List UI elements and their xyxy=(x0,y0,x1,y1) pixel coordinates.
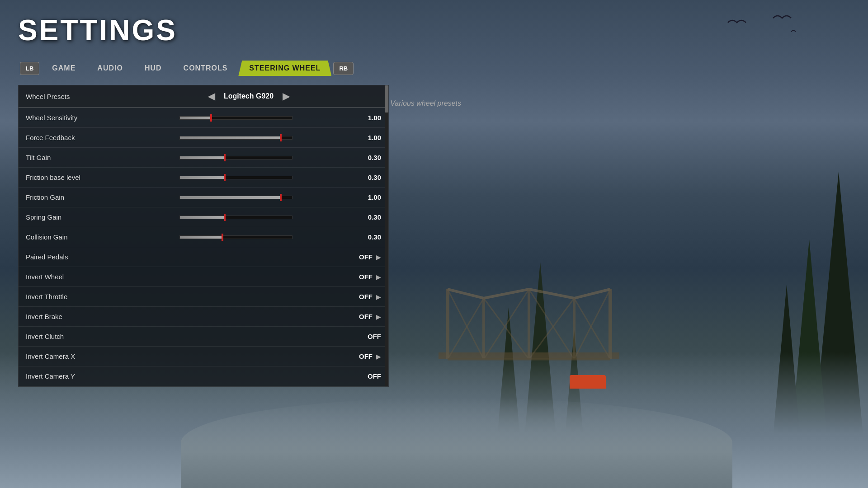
slider-value-1: 1.00 xyxy=(359,134,381,141)
slider-value-2: 0.30 xyxy=(359,154,381,161)
tab-steering-wheel[interactable]: STEERING WHEEL xyxy=(238,61,331,76)
toggle-value-1: OFF xyxy=(350,273,373,281)
toggle-label-3: Invert Brake xyxy=(26,313,170,320)
toggle-value-5: OFF xyxy=(350,352,373,360)
tab-game[interactable]: GAME xyxy=(41,61,86,76)
toggle-arrow-3: ▶ xyxy=(376,313,381,320)
toggle-label-1: Invert Wheel xyxy=(26,273,170,281)
slider-row-2[interactable]: Tilt Gain 0.30 xyxy=(19,148,388,168)
toggle-arrow-0: ▶ xyxy=(376,253,381,261)
slider-5[interactable] xyxy=(179,216,292,219)
toggle-row-3[interactable]: Invert Brake OFF ▶ xyxy=(19,307,388,327)
slider-row-0[interactable]: Wheel Sensitivity 1.00 xyxy=(19,108,388,128)
toggle-arrow-1: ▶ xyxy=(376,273,381,281)
slider-rows: Wheel Sensitivity 1.00 Force Feedback 1.… xyxy=(19,108,388,247)
toggle-value-4: OFF xyxy=(359,333,381,340)
toggle-row-5[interactable]: Invert Camera X OFF ▶ xyxy=(19,347,388,366)
tab-rb[interactable]: RB xyxy=(333,62,354,75)
tab-audio[interactable]: AUDIO xyxy=(86,61,134,76)
toggle-row-4[interactable]: Invert Clutch OFF xyxy=(19,327,388,347)
slider-6[interactable] xyxy=(179,235,292,239)
toggle-row-0[interactable]: Paired Pedals OFF ▶ xyxy=(19,247,388,267)
toggle-row-6[interactable]: Invert Camera Y OFF xyxy=(19,366,388,386)
toggle-value-3: OFF xyxy=(350,313,373,320)
slider-label-2: Tilt Gain xyxy=(26,154,170,161)
preset-label: Wheel Presets xyxy=(26,93,116,100)
toggle-row-2[interactable]: Invert Throttle OFF ▶ xyxy=(19,287,388,307)
scrollbar[interactable] xyxy=(385,85,388,386)
toggle-label-4: Invert Clutch xyxy=(26,333,170,340)
page-title: SETTINGS xyxy=(18,14,850,47)
tab-controls[interactable]: CONTROLS xyxy=(173,61,239,76)
main-content: SETTINGS LB GAME AUDIO HUD CONTROLS STEE… xyxy=(0,0,868,488)
toggle-label-5: Invert Camera X xyxy=(26,352,170,360)
toggle-value-2: OFF xyxy=(350,293,373,300)
slider-value-0: 1.00 xyxy=(359,114,381,122)
toggle-label-0: Paired Pedals xyxy=(26,253,170,261)
slider-row-6[interactable]: Collision Gain 0.30 xyxy=(19,227,388,247)
toggle-arrow-2: ▶ xyxy=(376,293,381,300)
scrollbar-thumb[interactable] xyxy=(385,85,388,113)
preset-next-arrow[interactable]: ▶ xyxy=(283,91,289,102)
slider-label-0: Wheel Sensitivity xyxy=(26,114,170,122)
slider-row-3[interactable]: Friction base level 0.30 xyxy=(19,168,388,188)
slider-label-4: Friction Gain xyxy=(26,193,170,201)
toggle-value-0: OFF xyxy=(350,253,373,261)
tabs-bar: LB GAME AUDIO HUD CONTROLS STEERING WHEE… xyxy=(18,61,850,76)
settings-panel: Wheel Presets ◀ Logitech G920 ▶ Wheel Se… xyxy=(18,85,389,387)
toggle-arrow-5: ▶ xyxy=(376,353,381,360)
preset-row: Wheel Presets ◀ Logitech G920 ▶ xyxy=(19,85,388,108)
slider-value-5: 0.30 xyxy=(359,213,381,221)
slider-label-3: Friction base level xyxy=(26,174,170,181)
toggle-rows: Paired Pedals OFF ▶ Invert Wheel OFF ▶ I… xyxy=(19,247,388,386)
slider-row-4[interactable]: Friction Gain 1.00 xyxy=(19,188,388,207)
slider-2[interactable] xyxy=(179,156,292,160)
slider-label-6: Collision Gain xyxy=(26,233,170,241)
slider-1[interactable] xyxy=(179,136,292,140)
slider-value-3: 0.30 xyxy=(359,174,381,181)
help-text: Various wheel presets xyxy=(390,99,461,108)
preset-prev-arrow[interactable]: ◀ xyxy=(208,91,215,102)
tab-lb[interactable]: LB xyxy=(20,62,39,75)
slider-3[interactable] xyxy=(179,176,292,179)
preset-nav: ◀ Logitech G920 ▶ xyxy=(116,91,381,102)
tab-hud[interactable]: HUD xyxy=(134,61,173,76)
slider-row-1[interactable]: Force Feedback 1.00 xyxy=(19,128,388,148)
toggle-label-6: Invert Camera Y xyxy=(26,372,170,380)
toggle-value-6: OFF xyxy=(359,372,381,380)
slider-value-4: 1.00 xyxy=(359,193,381,201)
slider-row-5[interactable]: Spring Gain 0.30 xyxy=(19,207,388,227)
slider-value-6: 0.30 xyxy=(359,233,381,241)
toggle-row-1[interactable]: Invert Wheel OFF ▶ xyxy=(19,267,388,287)
slider-label-1: Force Feedback xyxy=(26,134,170,141)
slider-4[interactable] xyxy=(179,196,292,199)
slider-label-5: Spring Gain xyxy=(26,213,170,221)
preset-value: Logitech G920 xyxy=(224,92,274,100)
toggle-label-2: Invert Throttle xyxy=(26,293,170,300)
slider-0[interactable] xyxy=(179,116,292,120)
